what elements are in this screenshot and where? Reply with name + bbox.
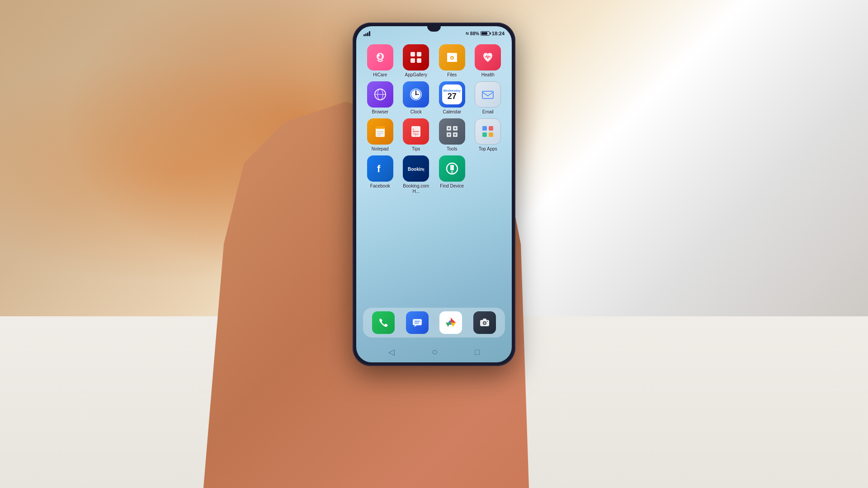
- facebook-label: Facebook: [370, 183, 390, 189]
- appgallery-svg: [409, 50, 423, 65]
- calendar-icon: Wednesday 27: [439, 81, 465, 108]
- notepad-icon-content: [367, 118, 393, 145]
- svg-point-33: [454, 134, 456, 136]
- files-svg: [445, 50, 459, 65]
- dock-chrome[interactable]: [439, 311, 462, 334]
- signal-bar-4: [369, 31, 370, 36]
- tools-icon-content: [439, 118, 465, 145]
- svg-point-32: [448, 134, 450, 136]
- svg-text:f: f: [377, 163, 381, 174]
- appgallery-icon: [403, 44, 429, 70]
- signal-bar-1: [363, 34, 365, 36]
- app-grid: HiCare AppGallery: [356, 40, 512, 199]
- app-files[interactable]: Files: [435, 44, 469, 78]
- files-label: Files: [447, 72, 457, 78]
- app-facebook[interactable]: f Facebook: [363, 155, 397, 194]
- browser-svg: [373, 87, 388, 102]
- battery-percent: 88%: [470, 31, 479, 36]
- finddevice-icon-content: [439, 155, 465, 182]
- calendar-icon-content: Wednesday 27: [439, 81, 465, 108]
- health-icon: [475, 44, 501, 70]
- tips-icon: i Tips: [403, 118, 429, 145]
- svg-rect-18: [376, 126, 385, 129]
- hicare-label: HiCare: [373, 72, 387, 78]
- svg-rect-4: [410, 58, 415, 63]
- app-tips[interactable]: i Tips Tips: [399, 118, 434, 152]
- booking-icon-content: Booking .com: [403, 155, 429, 182]
- battery-fill: [481, 32, 487, 35]
- messages-icon: [411, 317, 423, 328]
- email-label: Email: [482, 109, 494, 115]
- facebook-svg: f: [373, 161, 387, 176]
- email-icon-content: [475, 82, 500, 107]
- app-appgallery[interactable]: AppGallery: [399, 44, 434, 78]
- notepad-label: Notepad: [372, 146, 389, 152]
- hicare-icon-content: [367, 44, 393, 70]
- browser-icon: [367, 81, 393, 108]
- dock-phone[interactable]: [372, 311, 395, 334]
- phone: N 88% 18:24: [353, 23, 515, 366]
- signal-bar-2: [365, 33, 367, 36]
- svg-text:Tips: Tips: [413, 132, 419, 136]
- svg-point-53: [487, 321, 488, 322]
- svg-rect-37: [489, 132, 493, 137]
- camera-icon: [479, 317, 491, 328]
- topapps-svg: [481, 124, 495, 139]
- nfc-indicator: N: [466, 31, 469, 36]
- tools-icon: [439, 118, 465, 145]
- phone-icon: [377, 317, 389, 328]
- app-health[interactable]: Health: [471, 44, 505, 78]
- browser-icon-content: [367, 81, 393, 108]
- browser-label: Browser: [372, 109, 388, 115]
- svg-point-52: [483, 322, 486, 324]
- app-finddevice[interactable]: Find Device: [435, 155, 469, 194]
- finddevice-icon: [439, 155, 465, 182]
- status-left: [363, 31, 370, 36]
- svg-rect-42: [450, 165, 454, 170]
- clock-icon: [403, 81, 429, 108]
- dock-messages[interactable]: [406, 311, 429, 334]
- appgallery-label: AppGallery: [405, 72, 427, 78]
- svg-rect-34: [482, 126, 487, 131]
- calendar-day: 27: [448, 92, 457, 100]
- clock-svg: [408, 87, 424, 102]
- clock-label: Clock: [410, 109, 422, 115]
- tips-label: Tips: [412, 146, 420, 152]
- app-booking[interactable]: Booking .com Booking.com H...: [399, 155, 434, 194]
- finddevice-svg: [445, 161, 459, 176]
- time-display: 18:24: [492, 31, 505, 36]
- svg-rect-5: [417, 58, 421, 63]
- facebook-icon-content: f: [367, 155, 393, 182]
- files-icon: [439, 44, 465, 70]
- notepad-svg: [373, 124, 387, 139]
- calendar-inner: Wednesday 27: [442, 84, 462, 104]
- svg-point-1: [378, 55, 380, 56]
- booking-svg: Booking .com: [408, 164, 424, 174]
- back-button[interactable]: ◁: [388, 347, 395, 357]
- home-button[interactable]: ○: [432, 346, 438, 358]
- tools-label: Tools: [447, 146, 457, 152]
- svg-rect-16: [482, 91, 493, 99]
- app-topapps[interactable]: Top Apps: [471, 118, 505, 152]
- nav-bar: ◁ ○ □: [356, 346, 512, 358]
- svg-point-30: [448, 127, 450, 129]
- svg-rect-3: [417, 52, 421, 56]
- svg-rect-2: [410, 52, 415, 56]
- files-icon-content: [439, 44, 465, 70]
- recents-button[interactable]: □: [475, 347, 480, 357]
- app-calendar[interactable]: Wednesday 27 Calendar: [435, 81, 469, 115]
- svg-rect-45: [413, 319, 422, 325]
- email-svg: [480, 87, 495, 102]
- tools-svg: [445, 124, 459, 139]
- app-browser[interactable]: Browser: [363, 81, 397, 115]
- app-hicare[interactable]: HiCare: [363, 44, 397, 78]
- app-notepad[interactable]: Notepad: [363, 118, 397, 152]
- appgallery-icon-content: [403, 44, 429, 70]
- app-email[interactable]: Email: [471, 81, 505, 115]
- app-clock[interactable]: Clock: [399, 81, 434, 115]
- status-right: N 88% 18:24: [466, 31, 505, 36]
- app-tools[interactable]: Tools: [435, 118, 469, 152]
- health-svg: [481, 50, 495, 65]
- dock-camera[interactable]: [473, 311, 496, 334]
- phone-screen: N 88% 18:24: [356, 26, 512, 362]
